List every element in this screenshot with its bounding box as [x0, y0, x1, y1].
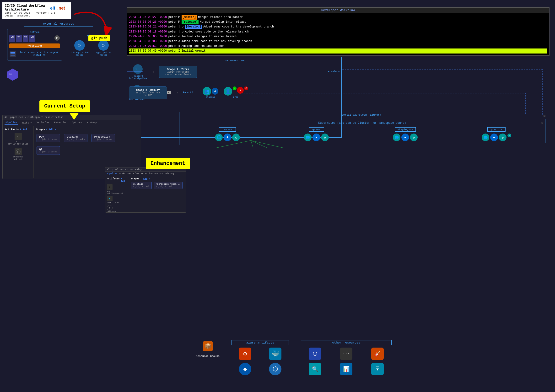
- azure-artifacts-title: azure artifacts: [232, 340, 289, 345]
- data-icon: 📊: [340, 363, 352, 375]
- stages-add-btn[interactable]: + Add ▾: [46, 128, 56, 131]
- artifacts-add-btn[interactable]: + Add: [20, 128, 27, 131]
- ps-stage-qa[interactable]: QA 1 job, 2 tasks: [37, 146, 60, 155]
- other-resources-title: other resources: [301, 340, 392, 345]
- terraform-icon: TF: [7, 68, 19, 82]
- ps-tabs: Pipeline Tasks ▾ Variables Retention Opt…: [3, 120, 141, 126]
- qa-tab-history[interactable]: History: [165, 173, 175, 175]
- github-artifact-icon: ⬡: [269, 363, 281, 375]
- qa-tab-tasks[interactable]: Tasks: [119, 173, 125, 175]
- logo: elf .net: [50, 4, 69, 13]
- svg-text:r: r: [56, 36, 58, 40]
- prod-ns-label: prod-ns: [487, 127, 505, 132]
- current-setup-arrow: [69, 113, 79, 120]
- qa-artifacts-pane: Artifacts + Add ⚙ arcnot Integrated ◈ De…: [105, 176, 129, 211]
- r-icon: r: [54, 35, 60, 41]
- qa-schedule: ◷ Schedulenot set: [107, 205, 128, 213]
- svg-rect-7: [10, 55, 15, 55]
- terminal-content: 2023-04-05 08:27 +0200 peter M [master] …: [127, 13, 549, 55]
- other-resources-section: other resources ⬡ ··· 🎸 🔍 📊 🗄: [301, 340, 392, 375]
- github-icons: ⬡ infra-pipeline[master] ⬡ app-pipeline[…: [71, 40, 111, 56]
- git-source-artifact-icon: ◆: [239, 363, 251, 375]
- title-box: CI/CD Cloud Workflow Architecture date: …: [2, 2, 71, 19]
- azure-artifacts-section: azure artifacts ⚙ 🐳 ◆ ⬡: [232, 340, 289, 375]
- qa-tab-pipeline[interactable]: Pipeline: [107, 173, 117, 175]
- ps-schedule-label: Schedulenot set: [5, 156, 31, 160]
- qa-artifact-label1: arcnot Integrated: [107, 190, 128, 194]
- ps-tab-retention[interactable]: Retention: [53, 121, 68, 125]
- ns-staging: staging-ns 🌐 ● ↻: [393, 127, 418, 141]
- qa-schedule-icon: ◷: [107, 205, 113, 211]
- qa-artifact-item1: ⚙ arcnot Integrated: [107, 184, 128, 194]
- ps-tab-variables[interactable]: Variables: [36, 121, 51, 125]
- qa-add-btn[interactable]: + Add: [121, 177, 128, 183]
- check-badge: ✓: [233, 87, 236, 90]
- qa-stages-pane: Stages + Add ▾ QA Stage 1 job, 1 task Re…: [129, 176, 186, 211]
- qa-ns-label: qa-ns: [309, 127, 324, 132]
- external-resources-box: external resources: [24, 21, 93, 27]
- svg-rect-6: [10, 53, 15, 54]
- ps-artifacts-panel: Artifacts + Add ⚙ arcdev 2w ago·Build ◷: [3, 126, 34, 178]
- portal-label: portal.azure.com (azurerm): [181, 114, 544, 116]
- qa-refresh-icon: ↻: [321, 134, 329, 141]
- ps-qa-stage-row: QA 1 job, 2 tasks: [36, 145, 139, 156]
- ps-tab-tasks[interactable]: Tasks ▾: [21, 121, 33, 125]
- qa-body: Artifacts + Add ⚙ arcnot Integrated ◈ De…: [105, 176, 186, 211]
- ns-qa: qa-ns 🌐 ● ↻: [304, 127, 329, 141]
- app-stage2: Stage 2: Deploy artifact from ACRto AKS: [129, 87, 167, 99]
- qa-stage-regression[interactable]: Regression Autom... 1 job, 1 task: [154, 182, 183, 189]
- lens-icon: 🔍: [309, 363, 321, 375]
- infra-pipeline-row: ⚡ [master]infra-pipeline → Stage 1: Infr…: [129, 64, 339, 80]
- nuget-icon: ⬡: [309, 348, 321, 360]
- qa-stages-add-btn[interactable]: + Add ▾: [140, 177, 150, 180]
- staging-ns-icons: 🌐 ● ↻: [393, 134, 418, 141]
- vm-box: VM: [29, 35, 35, 42]
- k8s-gear-icon: ⚙: [541, 121, 543, 125]
- log-line: 2023-04-05 08:21 +0200 peter | o [develo…: [129, 24, 547, 29]
- ps-tab-options[interactable]: Options: [71, 121, 83, 125]
- agent-label: local compute with az-agent installed: [18, 51, 60, 57]
- ps-stage-production[interactable]: Production 1 job, 2 tasks: [92, 134, 115, 142]
- hypervisor-box: hypervisor: [9, 44, 60, 48]
- dev-globe-icon: 🌐: [215, 134, 223, 141]
- staging-globe-icon: 🌐: [393, 134, 401, 141]
- qa-stage-qa[interactable]: QA Stage 1 job, 1 task: [131, 182, 152, 189]
- ns-dev: dev-ns 🌐 ● ↻: [215, 127, 240, 141]
- ps-tab-pipeline[interactable]: Pipeline: [5, 121, 18, 125]
- external-resources-label: external resources: [43, 22, 74, 26]
- ps-stage-staging[interactable]: Staging 1 job, 2 tasks: [64, 134, 88, 142]
- qa-tab-options[interactable]: Options: [154, 173, 163, 175]
- qa-schedule-label: Schedulenot set: [107, 211, 128, 213]
- schedule-icon: ◷: [15, 149, 21, 154]
- svg-text:◷: ◷: [17, 151, 18, 153]
- container-artifact-icon: 🐳: [269, 348, 281, 360]
- artifacts-title: Artifacts: [5, 128, 19, 131]
- dev-ns-label: dev-ns: [219, 127, 236, 132]
- portal-grid-icon: ⊞: [544, 114, 545, 118]
- ps-stage-dev[interactable]: Dev 1 job, 2 tasks: [37, 134, 60, 142]
- infra-stage1: Stage 1: Infra Apply Terraformresource m…: [159, 66, 197, 78]
- onprem-label: onPrem: [9, 31, 60, 34]
- qa-tab-variables[interactable]: Variables: [127, 173, 139, 175]
- vm-row: VM VM VM VM r: [9, 35, 60, 42]
- staging-ns-label: staging-ns: [395, 127, 416, 132]
- resource-groups-section: 📦 Resource Groups: [196, 340, 219, 358]
- server-icon: [9, 50, 16, 58]
- other-resources-grid: ⬡ ··· 🎸 🔍 📊 🗄: [301, 348, 392, 375]
- log-line: 2023-04-05 08:27 +0200 peter M [master] …: [129, 15, 547, 20]
- dev-ns-icons: 🌐 ● ↻: [215, 134, 240, 141]
- svg-text:.net: .net: [57, 6, 65, 10]
- github-icon-infra: ⬡ infra-pipeline[master]: [71, 40, 89, 56]
- qa-artifact-icon2: ◈: [107, 196, 113, 201]
- staging-label: staging: [206, 96, 215, 98]
- azure-artifacts-grid: ⚙ 🐳 ◆ ⬡: [232, 348, 289, 375]
- ps-tab-history[interactable]: History: [86, 121, 98, 125]
- qa-tab-retention[interactable]: Retention: [141, 173, 153, 175]
- terraform-label: terraform: [327, 71, 339, 73]
- staging-refresh-icon: ↻: [410, 134, 418, 141]
- qa-stages-title: Stages: [131, 177, 139, 180]
- prod-globe-icon: 🌐: [482, 134, 489, 141]
- prod-ns-icons: 🌐 ● ↻ →: [482, 134, 511, 141]
- cluster-icons: 👥 🖥 staging 👤 ✓ ✗ ✗: [203, 87, 248, 98]
- git-push-label: git push: [88, 35, 110, 41]
